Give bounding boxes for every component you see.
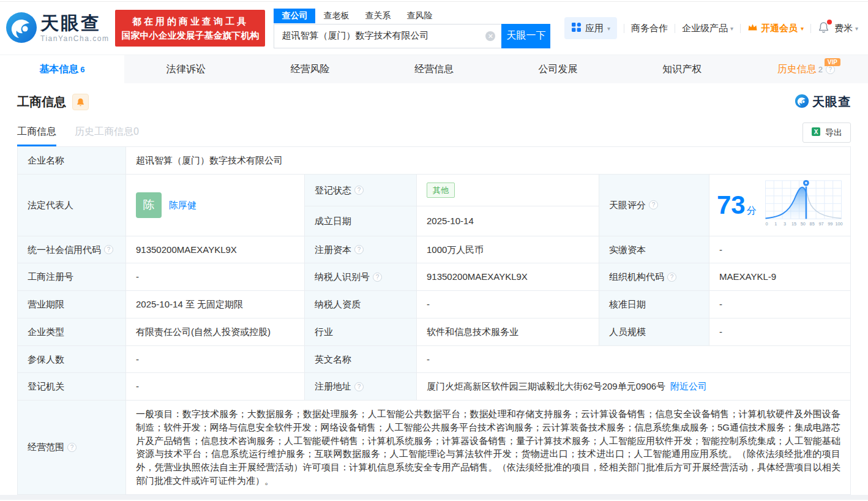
field-label-text: 注册资本 (315, 243, 351, 257)
business-cooperation-link[interactable]: 商务合作 (631, 23, 668, 34)
field-label: 经营范围? (18, 401, 126, 495)
field-label-text: 组织机构代码 (609, 270, 664, 284)
field-label-text: 营业期限 (28, 298, 64, 311)
search-tab-risk[interactable]: 查风险 (398, 9, 440, 23)
tab-operation-info-label: 经营信息 (414, 63, 454, 76)
field-label-text: 英文名称 (315, 353, 351, 366)
enterprise-products-menu[interactable]: 企业级产品 ▾ (682, 23, 733, 34)
legal-rep-link[interactable]: 陈厚健 (169, 198, 196, 212)
table-row: 工商注册号 - 纳税人识别号? 91350200MAEXAYKL9X 组织机构代… (18, 263, 851, 291)
table-row: 营业期限 2025-10-14 至 无固定期限 纳税人资质 - 核准日期 - (18, 291, 851, 318)
chevron-down-icon: ▾ (801, 25, 804, 32)
score-distribution-chart: 0 1 3 15 50 85 97 99 100 (763, 178, 844, 232)
field-label-text: 纳税人识别号 (315, 270, 370, 284)
notifications-bell[interactable] (818, 21, 829, 36)
nearby-companies-link[interactable]: 附近公司 (670, 381, 707, 391)
field-label: 纳税人识别号? (305, 263, 417, 291)
chart-tick: 3 (784, 221, 786, 227)
org-code-value: MAEXAYKL-9 (709, 263, 851, 291)
help-icon[interactable]: ? (649, 200, 658, 209)
help-icon[interactable]: ? (104, 245, 113, 254)
reg-status-value: 其他 (417, 174, 599, 206)
tianyancha-logo[interactable]: 天眼查 TianYanCha.com (5, 11, 109, 46)
logo-domain: TianYanCha.com (40, 34, 109, 43)
search-button[interactable]: 天眼一下 (501, 24, 550, 48)
tab-operation-risk[interactable]: 经营风险 (248, 55, 372, 83)
table-row: 法定代表人 陈 陈厚健 登记状态? 其他 天眼评分? 73分 (18, 174, 851, 206)
chart-tick: 0 (765, 221, 768, 227)
business-term-value: 2025-10-14 至 无固定期限 (126, 291, 305, 318)
tab-operation-info[interactable]: 经营信息 (372, 55, 496, 83)
tab-basic-info[interactable]: 基本信息 6 (0, 55, 124, 83)
tab-intellectual-property[interactable]: 知识产权 (620, 55, 744, 83)
search-area: 查公司 查老板 查关系 查风险 ✕ 天眼一下 (274, 9, 550, 48)
field-label-text: 登记机关 (28, 380, 64, 393)
tab-legal-litigation-label: 法律诉讼 (166, 63, 206, 76)
search-tab-boss[interactable]: 查老板 (315, 9, 357, 23)
field-label: 登记机关 (18, 373, 126, 401)
open-vip-label: 开通会员 (761, 23, 798, 34)
approval-date-value: - (709, 291, 851, 318)
subtab-business-info[interactable]: 工商信息 (17, 126, 56, 146)
tab-history-info-label: 历史信息 (777, 63, 817, 76)
help-icon[interactable]: ? (67, 443, 77, 452)
tab-company-development[interactable]: 公司发展 (496, 55, 620, 83)
field-label-text: 经营范围 (28, 440, 64, 454)
tab-basic-info-count: 6 (80, 65, 84, 74)
page-bottom-strip (0, 495, 868, 500)
slogan-line2: 国家中小企业发展子基金旗下机构 (121, 28, 259, 42)
apps-menu[interactable]: 应用 ▾ (564, 17, 617, 39)
slogan-banner: 都在用的商业查询工具 国家中小企业发展子基金旗下机构 (115, 10, 265, 47)
tab-company-development-label: 公司发展 (539, 63, 578, 76)
status-badge: 其他 (427, 183, 455, 198)
score-cell: 73分 (709, 174, 851, 236)
nav-divider (624, 24, 624, 33)
field-label: 英文名称 (305, 345, 417, 373)
open-vip-menu[interactable]: 开通会员 ▾ (747, 23, 804, 34)
tab-basic-info-label: 基本信息 (39, 63, 78, 76)
tab-legal-litigation[interactable]: 法律诉讼 (124, 55, 249, 83)
reg-capital-value: 1000万人民币 (417, 236, 599, 263)
subscribe-bell-button[interactable] (72, 94, 89, 110)
field-label: 天眼评分? (599, 174, 709, 236)
help-icon[interactable]: ? (354, 382, 364, 391)
tab-history-info[interactable]: VIP 历史信息 2 ? (744, 55, 868, 83)
field-label: 法定代表人 (18, 174, 126, 236)
field-label: 参保人数 (18, 345, 126, 373)
score-value: 73 (717, 190, 746, 219)
export-button[interactable]: X 导出 (803, 122, 851, 143)
help-icon[interactable]: ? (354, 245, 364, 254)
table-row: 经营范围? 一般项目：数字技术服务；大数据服务；数据处理服务；人工智能公共数据平… (18, 401, 851, 495)
chart-tick: 85 (809, 221, 814, 227)
chevron-down-icon: ▾ (855, 25, 858, 32)
search-tab-company[interactable]: 查公司 (274, 9, 315, 23)
business-info-table: 企业名称 超讯智算（厦门）数字技术有限公司 法定代表人 陈 陈厚健 登记状态? … (17, 146, 851, 495)
user-menu[interactable]: 费米 ▾ (834, 23, 858, 34)
search-input[interactable] (274, 24, 501, 48)
field-label-text: 登记状态 (315, 184, 351, 197)
subtab-history-business-info[interactable]: 历史工商信息0 (75, 126, 139, 146)
help-icon[interactable]: ? (667, 273, 676, 282)
help-icon[interactable]: ? (354, 186, 364, 195)
help-icon[interactable]: ? (373, 273, 382, 282)
field-label: 行业 (305, 318, 417, 345)
chart-tick: 97 (818, 221, 823, 227)
field-label-text: 注册地址 (315, 380, 351, 393)
field-label-text: 纳税人资质 (315, 298, 361, 311)
search-tab-relation[interactable]: 查关系 (357, 9, 398, 23)
staff-size-value: - (709, 318, 851, 345)
logo-name: 天眼查 (40, 14, 109, 32)
table-row: 企业名称 超讯智算（厦门）数字技术有限公司 (18, 147, 851, 175)
field-label: 工商注册号 (18, 263, 126, 291)
top-nav: 应用 ▾ 商务合作 企业级产品 ▾ 开通会员 ▾ (564, 17, 858, 39)
field-label-text: 企业类型 (28, 325, 64, 339)
field-label-text: 统一社会信用代码 (28, 243, 101, 257)
table-row: 参保人数 - 英文名称 - (18, 345, 851, 373)
avatar[interactable]: 陈 (136, 192, 162, 218)
chart-tick: 100 (835, 221, 842, 227)
company-section-tabs: 基本信息 6 法律诉讼 经营风险 经营信息 公司发展 知识产权 VIP 历史信息… (0, 55, 868, 83)
paid-capital-value: - (709, 236, 851, 263)
clear-search-icon[interactable]: ✕ (485, 31, 495, 41)
chart-tick: 50 (800, 221, 805, 227)
main-content: 工商信息 天眼查 工商信息 历史工商信息0 (0, 94, 868, 495)
